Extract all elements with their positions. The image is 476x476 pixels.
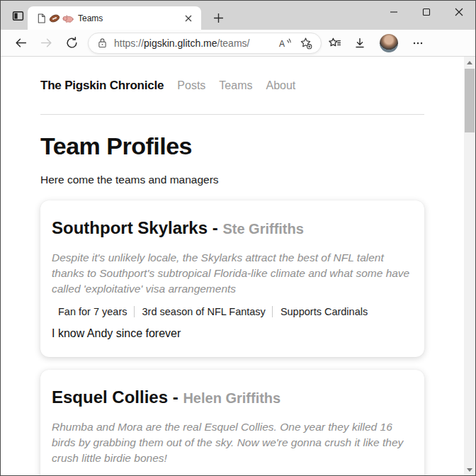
close-window-icon[interactable]: [443, 1, 475, 23]
address-bar[interactable]: https://pigskin.glitch.me/teams/ A: [88, 33, 322, 54]
window-controls: [378, 1, 475, 23]
close-icon[interactable]: [181, 11, 196, 26]
site-title-link[interactable]: The Pigskin Chronicle: [40, 79, 164, 93]
scrollbar-thumb[interactable]: [465, 69, 475, 132]
scroll-up-icon[interactable]: [464, 57, 475, 68]
team-meta-row: Fan for 7 years 3rd season of NFL Fantas…: [52, 306, 413, 317]
favorites-icon[interactable]: [322, 32, 347, 55]
team-card-southport-skylarks: Southport Skylarks - Ste Griffiths Despi…: [40, 200, 424, 357]
tab-title: Teams: [78, 13, 179, 23]
team-manager: Ste Griffiths: [222, 221, 303, 237]
new-tab-button[interactable]: [210, 9, 227, 26]
url-path: /teams/: [217, 38, 250, 49]
scroll-down-icon[interactable]: [464, 464, 475, 475]
tab-bar: Teams: [1, 1, 475, 30]
profile-avatar[interactable]: [380, 34, 398, 52]
page-title: Team Profiles: [40, 132, 424, 160]
settings-ellipsis-icon[interactable]: [405, 32, 431, 55]
refresh-icon[interactable]: [59, 32, 84, 55]
team-name: Southport Skylarks -: [52, 218, 218, 237]
football-emoji-icon: [49, 13, 60, 24]
team-note: I know Andy since forever: [52, 327, 413, 340]
page-content: The Pigskin Chronicle Posts Teams About …: [1, 57, 475, 475]
team-name: Esquel Collies -: [52, 387, 178, 407]
downloads-icon[interactable]: [347, 32, 373, 55]
team-description: Rhumba and Mora are the real Esquel Coll…: [52, 419, 413, 466]
team-description: Despite it's unlikely locale, the Skylar…: [52, 250, 413, 297]
back-arrow-icon[interactable]: [8, 32, 33, 55]
team-card-title: Esquel Collies - Helen Griffiths: [52, 387, 413, 409]
site-navigation: The Pigskin Chronicle Posts Teams About: [40, 79, 424, 93]
team-profiles-page: The Pigskin Chronicle Posts Teams About …: [1, 57, 464, 475]
page-icon: [36, 13, 47, 24]
url-host: pigskin.glitch.me: [144, 38, 217, 49]
meta-fan-years: Fan for 7 years: [58, 306, 134, 317]
lock-icon: [98, 38, 107, 48]
team-manager: Helen Griffiths: [183, 390, 280, 406]
forward-arrow-icon[interactable]: [33, 32, 59, 55]
tab-actions-icon[interactable]: [8, 6, 28, 26]
meta-supports: Supports Cardinals: [272, 306, 374, 317]
pig-emoji-icon: [62, 13, 74, 24]
browser-toolbar: https://pigskin.glitch.me/teams/ A: [1, 30, 475, 57]
read-aloud-icon[interactable]: A: [274, 34, 295, 52]
url-text[interactable]: https://pigskin.glitch.me/teams/: [114, 38, 274, 49]
browser-window: Teams: [0, 0, 476, 476]
minimize-icon[interactable]: [378, 1, 410, 23]
nav-link-posts[interactable]: Posts: [177, 79, 205, 92]
url-scheme: https://: [114, 38, 144, 49]
meta-season: 3rd season of NFL Fantasy: [134, 306, 272, 317]
tab-teams[interactable]: Teams: [28, 6, 201, 30]
team-card-title: Southport Skylarks - Ste Griffiths: [52, 217, 413, 239]
svg-text:A: A: [279, 38, 285, 48]
header-divider: [40, 114, 424, 115]
add-favorite-icon[interactable]: [295, 34, 317, 52]
nav-link-about[interactable]: About: [266, 79, 295, 92]
nav-link-teams[interactable]: Teams: [219, 79, 252, 92]
page-subtitle: Here come the teams and managers: [40, 174, 424, 186]
vertical-scrollbar[interactable]: [464, 57, 475, 475]
maximize-icon[interactable]: [410, 1, 443, 23]
team-card-esquel-collies: Esquel Collies - Helen Griffiths Rhumba …: [40, 370, 424, 475]
